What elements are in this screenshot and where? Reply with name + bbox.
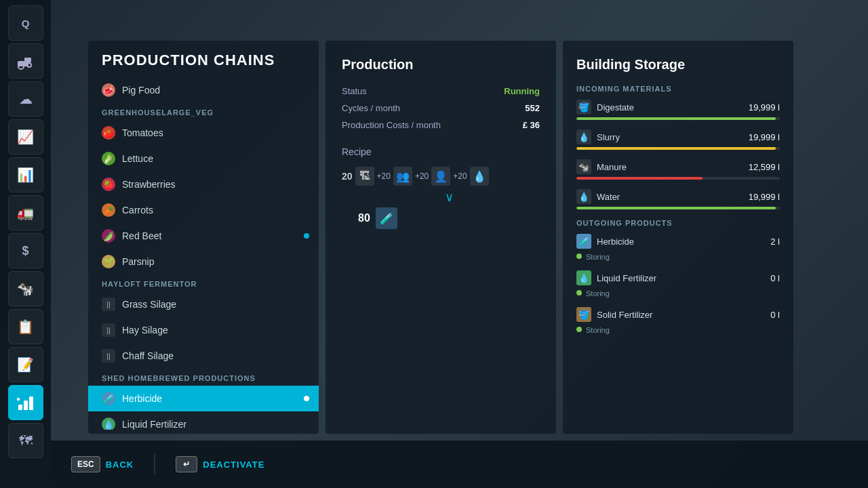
out-liq-fert-icon: 💧: [576, 270, 591, 285]
back-label: BACK: [106, 460, 134, 470]
liq-fert-status-dot: [576, 290, 582, 296]
back-button[interactable]: ESC BACK: [71, 456, 134, 472]
digestate-row: 🪣 Digestate 19,999 l: [576, 100, 780, 115]
pig-food-icon: 🥩: [102, 83, 115, 97]
sidebar-btn-vehicle[interactable]: 🚛: [8, 195, 43, 230]
slurry-bar: [576, 147, 776, 150]
water-row: 💧 Water 19,999 l: [576, 189, 780, 204]
svg-rect-6: [29, 396, 33, 410]
out-liq-fert-val: 0 l: [770, 273, 780, 283]
production-chains-title: PRODUCTION CHAINS: [88, 41, 319, 77]
out-solid-fert-val: 0 l: [770, 310, 780, 320]
svg-rect-3: [24, 58, 31, 62]
storage-item-manure: 🐄 Manure 12,599 l: [576, 159, 780, 180]
parsnip-icon: 🌱: [102, 255, 115, 268]
sidebar-btn-notes[interactable]: 📝: [8, 347, 43, 382]
svg-rect-7: [17, 397, 20, 401]
red-beet-icon: 🫛: [102, 229, 115, 243]
hay-silage-label: Hay Silage: [122, 325, 168, 336]
storage-item-slurry: 💧 Slurry 19,999 l: [576, 129, 780, 150]
storage-title: Building Storage: [576, 57, 780, 73]
production-title: Production: [342, 57, 540, 73]
manure-name: 🐄 Manure: [576, 159, 627, 174]
tomatoes-icon: 🍅: [102, 126, 115, 140]
input-icon-3: 👤: [431, 167, 450, 186]
btn-separator: [154, 454, 155, 474]
chain-item-hay-silage[interactable]: || Hay Silage: [88, 317, 319, 343]
output-amount: 80: [358, 212, 370, 224]
cycles-value: 552: [525, 103, 540, 113]
slurry-icon: 💧: [576, 129, 591, 144]
out-liq-fert-name: 💧 Liquid Fertilizer: [576, 270, 656, 285]
esc-key-badge: ESC: [71, 456, 100, 472]
tomatoes-label: Tomatoes: [122, 127, 163, 138]
outgoing-solid-fert: 🪣 Solid Fertilizer 0 l Storing: [576, 307, 780, 334]
sidebar-btn-map[interactable]: 🗺: [8, 423, 43, 458]
deactivate-label: DEACTIVATE: [203, 460, 264, 470]
slurry-name: 💧 Slurry: [576, 129, 620, 144]
chain-item-red-beet[interactable]: 🫛 Red Beet: [88, 223, 319, 249]
outgoing-liquid-fert: 💧 Liquid Fertilizer 0 l Storing: [576, 270, 780, 298]
water-bar: [576, 207, 776, 209]
chain-item-pig-food[interactable]: 🥩 Pig Food: [88, 77, 319, 103]
deactivate-button[interactable]: ↵ DEACTIVATE: [176, 456, 264, 472]
sidebar-btn-dollar[interactable]: $: [8, 233, 43, 268]
input-icon-4: 💧: [470, 167, 489, 186]
chain-item-chaff-silage[interactable]: || Chaff Silage: [88, 343, 319, 369]
manure-bar: [576, 177, 703, 180]
input-icon-1: 🏗: [355, 167, 374, 186]
sidebar-btn-animal[interactable]: 🐄: [8, 271, 43, 306]
sidebar-btn-q[interactable]: Q: [8, 5, 43, 41]
red-beet-dot: [304, 233, 309, 239]
sidebar-btn-weather[interactable]: ☁: [8, 81, 43, 117]
svg-point-2: [27, 63, 31, 67]
digestate-name: 🪣 Digestate: [576, 100, 634, 115]
sidebar-btn-chart[interactable]: 📈: [8, 119, 43, 155]
input-plus-3: +20: [453, 171, 467, 181]
sidebar-btn-tasks[interactable]: 📋: [8, 309, 43, 344]
recipe-arrow: ∨: [358, 190, 540, 205]
chain-item-herbicide[interactable]: 🧪 Herbicide: [88, 386, 319, 411]
herbicide-status-dot: [576, 253, 582, 259]
section-hayloft: HAYLOFT FERMENTOR: [88, 274, 319, 291]
costs-label: Production Costs / month: [342, 120, 441, 130]
input-plus-2: +20: [415, 171, 429, 181]
production-chains-panel: PRODUCTION CHAINS 🥩 Pig Food GREENHOUSEL…: [88, 41, 319, 434]
manure-bar-container: [576, 177, 780, 180]
chain-item-grass-silage[interactable]: || Grass Silage: [88, 291, 319, 317]
liquid-fertilizer-icon: 💧: [102, 418, 115, 430]
digestate-icon: 🪣: [576, 100, 591, 115]
chain-item-carrots[interactable]: 🥕 Carrots: [88, 197, 319, 223]
out-herbicide-name: 🧪 Herbicide: [576, 234, 634, 249]
solid-fert-status-dot: [576, 327, 582, 332]
manure-row: 🐄 Manure 12,599 l: [576, 159, 780, 174]
herbicide-label: Herbicide: [122, 393, 162, 404]
out-solid-fert-row: 🪣 Solid Fertilizer 0 l: [576, 307, 780, 322]
storage-panel: Building Storage INCOMING MATERIALS 🪣 Di…: [563, 41, 793, 434]
section-greenhouse: GREENHOUSELARGE_VEG: [88, 103, 319, 120]
chain-item-lettuce[interactable]: 🥬 Lettuce: [88, 146, 319, 171]
sidebar-btn-tractor[interactable]: [8, 43, 43, 79]
input-icon-2: 👥: [393, 167, 412, 186]
herbicide-icon: 🧪: [102, 392, 115, 405]
chain-item-strawberries[interactable]: 🍓 Strawberries: [88, 171, 319, 197]
out-herbicide-icon: 🧪: [576, 234, 591, 249]
chain-item-liquid-fertilizer[interactable]: 💧 Liquid Fertilizer: [88, 411, 319, 430]
cycles-label: Cycles / month: [342, 103, 400, 113]
storage-item-water: 💧 Water 19,999 l: [576, 189, 780, 209]
digestate-val: 19,999 l: [749, 102, 780, 113]
grass-silage-label: Grass Silage: [122, 299, 176, 310]
solid-fert-status-text: Storing: [586, 326, 610, 334]
sidebar-btn-production[interactable]: [8, 385, 43, 420]
outgoing-header: OUTGOING PRODUCTS: [576, 219, 780, 227]
chain-item-tomatoes[interactable]: 🍅 Tomatoes: [88, 120, 319, 146]
manure-val: 12,599 l: [749, 162, 780, 172]
pig-food-label: Pig Food: [122, 85, 160, 96]
recipe-inputs: 20 🏗 +20 👥 +20 👤 +20 💧: [342, 167, 540, 186]
sidebar-btn-bar-chart[interactable]: 📊: [8, 157, 43, 192]
chain-item-parsnip[interactable]: 🌱 Parsnip: [88, 249, 319, 274]
carrots-label: Carrots: [122, 205, 153, 216]
herbicide-status-text: Storing: [586, 253, 610, 261]
liq-fert-status-text: Storing: [586, 289, 610, 298]
out-solid-fert-icon: 🪣: [576, 307, 591, 322]
